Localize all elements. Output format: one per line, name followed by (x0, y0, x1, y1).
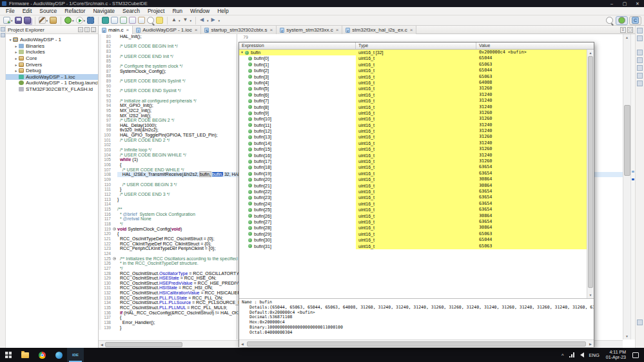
line-number[interactable]: 110 (101, 182, 112, 187)
line-number[interactable]: 132 (101, 291, 112, 296)
fold-ruler[interactable] (112, 182, 117, 187)
menu-help[interactable]: Help (213, 7, 232, 15)
file-explorer-icon[interactable] (17, 348, 34, 362)
line-number[interactable]: 135 (101, 305, 112, 310)
console-view-icon[interactable] (637, 73, 643, 79)
expression-row-bufin[25][interactable]: bufin[25]uint16_t63654 (239, 207, 594, 213)
expression-row-bufin[20][interactable]: bufin[20]uint16_t30864 (239, 176, 594, 182)
run-icon[interactable]: ▾ (75, 16, 86, 25)
taskbar-clock[interactable]: 4:11 PM 01-Apr-23 (602, 350, 630, 360)
save-icon[interactable] (14, 16, 23, 25)
minimized-view-icon[interactable] (1, 33, 5, 37)
tree-item-AudioWayDSP - 1.ioc[interactable]: AudioWayDSP - 1.ioc (6, 74, 98, 81)
fold-ruler[interactable] (112, 84, 117, 89)
fold-ruler[interactable] (112, 216, 117, 222)
menu-run[interactable]: Run (168, 7, 186, 15)
expression-row-bufin[12][interactable]: bufin[12]uint16_t31240 (239, 128, 594, 134)
expression-row-bufin[2][interactable]: bufin[2]uint16_t65044 (239, 68, 594, 73)
fold-ruler[interactable] (112, 69, 117, 74)
device-configuration-icon[interactable] (101, 16, 110, 25)
line-number[interactable]: 113 (101, 197, 112, 202)
line-number[interactable]: 94 (101, 103, 112, 108)
fold-ruler[interactable] (112, 315, 117, 320)
expressions-horizontal-scrollbar[interactable]: ◀ ▶ (239, 339, 594, 347)
debug-icon[interactable]: ▾ (64, 16, 75, 25)
open-element-icon[interactable] (137, 16, 146, 25)
expression-row-bufin[30][interactable]: bufin[30]uint16_t65044 (239, 237, 594, 243)
build-targets-view-icon[interactable] (637, 57, 643, 63)
fold-ruler[interactable] (112, 118, 117, 123)
line-number[interactable]: 108 (101, 172, 112, 177)
expression-row-bufin[7][interactable]: bufin[7]uint16_t31240 (239, 98, 594, 104)
line-number[interactable]: 129 (101, 276, 112, 281)
view-menu-icon[interactable]: ≡ (620, 27, 626, 33)
fold-ruler[interactable] (112, 231, 117, 236)
fold-ruler[interactable] (112, 276, 117, 281)
expression-row-bufin[13][interactable]: bufin[13]uint16_t31260 (239, 134, 594, 140)
line-number[interactable]: 88 (101, 73, 112, 79)
restore-left-view-icon[interactable] (1, 27, 5, 32)
expression-row-bufin[15][interactable]: bufin[15]uint16_t31260 (239, 146, 594, 152)
tab-close-icon[interactable]: × (410, 27, 413, 33)
line-number[interactable]: 118 (101, 222, 112, 227)
fold-ruler[interactable] (112, 167, 117, 173)
line-number[interactable]: 130 (101, 281, 112, 286)
scroll-left-icon[interactable]: ◀ (239, 342, 246, 346)
expand-arrow-icon[interactable]: ▸ (14, 68, 19, 73)
menu-window[interactable]: Window (186, 7, 213, 15)
tab-AudioWayDSP - 1.ioc[interactable]: iAudioWayDSP - 1.ioc× (133, 26, 201, 34)
fold-ruler[interactable] (112, 44, 117, 49)
expression-row-bufin[28][interactable]: bufin[28]uint16_t30864 (239, 225, 594, 231)
dropdown-caret-icon[interactable]: ▾ (11, 19, 13, 23)
expressions-vertical-scrollbar[interactable]: ▲ ▼ (587, 50, 594, 298)
line-number[interactable]: 99 (101, 128, 112, 133)
fold-ruler[interactable] (112, 99, 117, 104)
fold-ruler[interactable] (112, 113, 117, 119)
fold-ruler[interactable] (112, 34, 117, 39)
fold-ruler[interactable] (112, 187, 117, 192)
line-number[interactable]: 89 (101, 79, 112, 84)
line-number[interactable]: 138 (101, 320, 112, 325)
new-class-icon[interactable] (128, 16, 137, 25)
maximize-icon[interactable]: ▢ (618, 0, 631, 7)
expression-row-bufin[10][interactable]: bufin[10]uint16_t31260 (239, 116, 594, 122)
expression-row-bufin[29][interactable]: bufin[29]uint16_t65063 (239, 231, 594, 237)
line-number[interactable]: 112 (101, 192, 112, 197)
quick-access-icon[interactable] (605, 16, 614, 25)
expression-row-bufin[interactable]: ▼bufinuint16_t [32]0x200000c4 <bufin> (239, 50, 594, 55)
expression-row-bufin[16][interactable]: bufin[16]uint16_t31240 (239, 153, 594, 158)
expression-details-pane[interactable]: Name : bufinDetails:{65044, 65063, 65044… (239, 298, 594, 339)
code-line[interactable]: 80 HAL_Init(); (99, 34, 623, 39)
fold-ruler[interactable] (112, 39, 117, 44)
fold-ruler[interactable] (112, 108, 117, 113)
line-number[interactable]: 125 (101, 256, 112, 262)
scroll-right-icon[interactable]: ▶ (587, 342, 594, 346)
fold-ruler[interactable] (112, 79, 117, 84)
line-number[interactable]: 87 (101, 69, 112, 74)
tree-item-AudioWayDSP - 1[interactable]: ▾AudioWayDSP - 1 (6, 37, 98, 43)
fold-ruler[interactable] (112, 246, 117, 251)
language-indicator[interactable]: ENG (587, 348, 602, 362)
expression-row-bufin[8][interactable]: bufin[8]uint16_t31240 (239, 104, 594, 110)
tree-item-AudioWayDSP - 1 Debug.launch[interactable]: AudioWayDSP - 1 Debug.launch (6, 80, 98, 86)
tab-close-icon[interactable]: × (195, 27, 198, 33)
fold-ruler[interactable] (112, 103, 117, 108)
scroll-up-icon[interactable]: ▲ (587, 50, 594, 56)
fold-ruler[interactable] (112, 138, 117, 143)
expression-row-bufin[3][interactable]: bufin[3]uint16_t65063 (239, 74, 594, 80)
fold-ruler[interactable] (112, 148, 117, 153)
fold-ruler[interactable] (112, 227, 117, 232)
line-number[interactable]: 84 (101, 54, 112, 59)
dropdown-caret-icon[interactable]: ▾ (84, 19, 86, 23)
fold-ruler[interactable] (112, 242, 117, 247)
fold-ruler[interactable] (112, 54, 117, 59)
new-project-icon[interactable] (49, 16, 57, 25)
fold-ruler[interactable] (112, 177, 117, 182)
back-icon[interactable]: ▾ (199, 16, 210, 25)
expression-row-bufin[6][interactable]: bufin[6]uint16_t31240 (239, 92, 594, 98)
line-number[interactable]: 81 (101, 39, 112, 44)
fold-ruler[interactable] (112, 157, 117, 162)
expression-row-bufin[19][interactable]: bufin[19]uint16_t63654 (239, 171, 594, 176)
line-number[interactable]: 123 (101, 246, 112, 251)
dropdown-caret-icon[interactable]: ▾ (72, 19, 74, 23)
